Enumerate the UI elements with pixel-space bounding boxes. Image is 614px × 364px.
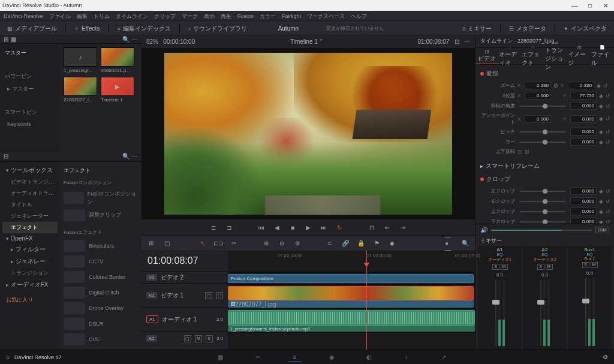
mark-in-icon[interactable]: ⊏ [208,222,219,233]
pos-x-input[interactable] [525,92,551,100]
fader[interactable] [495,280,496,346]
fx-item[interactable]: Binoculars [62,238,139,254]
link-icon[interactable]: ⊘ [553,82,558,89]
fx-item[interactable]: Colored Border [62,269,139,285]
fx-cat-effects[interactable]: エフェクト [2,222,58,233]
anchor-y-input[interactable] [570,115,597,123]
timeline-tracks[interactable]: 01:00:04:00 01:00:08:00 01:00:12:00 Fusi… [228,251,475,350]
tl-opts-icon[interactable]: ◫ [162,239,171,248]
track-header-v1[interactable]: V1ビデオ 1 ▢ ▢ [142,283,228,307]
clip-thumb[interactable]: 22802077_l... [64,77,97,103]
crop-l-input[interactable] [570,187,597,195]
insp-tab-file[interactable]: 📄ファイル [591,48,615,64]
mixer-strip[interactable]: Bus1EQ Bus 1 SM 0.0 [568,246,612,350]
flip-v-icon[interactable]: ⊟ [517,149,522,155]
viewer[interactable] [142,48,475,219]
clip-audio[interactable] [228,310,475,326]
close-button[interactable]: ✕ [600,2,612,9]
menu-item[interactable]: ヘルプ [351,13,367,20]
rotation-slider[interactable] [520,106,565,107]
reset-icon[interactable]: ↺ [603,83,608,89]
effects-button[interactable]: ✧ Effects [71,24,103,33]
mediapool-button[interactable]: ▦ メディアプール [4,23,61,34]
clip-video-name[interactable]: 🖼 22802077_l.jpg [228,300,474,308]
timeline-title[interactable]: Timeline 1 [290,38,318,45]
bin-master[interactable]: マスター [2,47,58,59]
fx-item[interactable]: 調整クリップ [62,207,139,223]
bin-powerbin[interactable]: パワービン [2,71,58,82]
search-icon[interactable]: 🔍 [460,239,470,248]
play-icon[interactable]: ▶ [303,222,314,233]
clip-video[interactable] [228,286,474,300]
mixer-button[interactable]: ⎚ ミキサー [459,23,495,34]
page-color-icon[interactable]: ◐ [363,353,376,362]
keyframe-icon[interactable]: ◆ [597,83,601,89]
fx-cat-toolbox[interactable]: ▾ ツールボックス [2,164,58,176]
stop-icon[interactable]: ■ [287,222,298,233]
fx-cat-fav[interactable]: お気に入り [2,294,58,306]
search-icon[interactable]: 🔍 [122,153,130,160]
fx-cat[interactable]: ▸ フィルター [2,243,58,255]
collapse-icon[interactable]: ⊟ [4,153,8,160]
menu-item[interactable]: カラー [260,13,276,20]
insp-tab-video[interactable]: ◫ビデオ [475,48,499,64]
crop-t-slider[interactable] [520,211,565,212]
track-header-a2[interactable]: A2 ▢MS 2.0 [142,331,228,345]
fx-item[interactable]: DVE [62,332,139,347]
insert-icon[interactable]: ⊕ [261,239,271,248]
fader[interactable] [585,278,586,346]
pitch-slider[interactable] [520,131,565,133]
yaw-slider[interactable] [520,142,565,143]
fader[interactable] [540,280,541,346]
clip-fusion[interactable]: Fusion Composition [228,274,474,283]
crop-t-input[interactable] [570,207,597,215]
minimize-button[interactable]: — [568,2,580,9]
menu-icon[interactable]: ⋯ [132,36,138,43]
insp-tab-effects[interactable]: ✧エフェクト [522,48,545,64]
playhead[interactable] [366,251,367,350]
fx-cat[interactable]: オーディオトランジ... [2,188,58,199]
menu-item[interactable]: Fairlight [282,13,301,19]
timeline-ruler[interactable]: 01:00:04:00 01:00:08:00 01:00:12:00 [228,251,475,272]
zoom-y-input[interactable] [568,82,594,89]
insp-section-smartreframe[interactable]: ▸ スマートリフレーム [479,160,610,173]
clip-thumb[interactable]: 00000031.p... [101,47,134,73]
rev-icon[interactable]: ◀ [272,222,282,233]
fx-cat[interactable]: タイトル [2,199,58,210]
maximize-button[interactable]: □ [584,2,596,9]
thumb-view-icon[interactable]: ▦ [11,36,16,43]
search-icon[interactable]: 🔍 [122,36,130,43]
menu-item[interactable]: Fusion [237,13,254,19]
solo-button[interactable]: S [492,264,499,270]
track-header-a1[interactable]: A1オーディオ 1 2.0 [142,307,228,331]
page-cut-icon[interactable]: ✂ [251,353,264,362]
metadata-button[interactable]: ☰ メタデータ [505,23,550,34]
track-lock-icon[interactable]: ▢ [205,292,212,299]
inspector-button[interactable]: ✦ インスペクタ [560,23,610,34]
prev-icon[interactable]: ⏮ [256,222,267,233]
fx-item[interactable]: Digital Glitch [62,285,139,300]
mute-button[interactable]: M [501,264,508,270]
flip-h-icon[interactable]: ⊞ [525,149,529,155]
match-icon[interactable]: ⊓ [366,222,377,233]
fx-item[interactable]: CCTV [62,254,139,269]
menu-item[interactable]: DaVinci Resolve [4,13,43,19]
page-media-icon[interactable]: ▦ [214,353,227,362]
mark-out-icon[interactable]: ⊐ [224,222,234,233]
page-fairlight-icon[interactable]: ♪ [400,353,413,362]
crop-b-input[interactable] [570,218,597,224]
insp-tab-trans[interactable]: ⇄トランジション [545,48,568,64]
bin-master-sub[interactable]: ▸ マスター [2,83,58,95]
dim-button[interactable]: DIM [595,227,609,233]
page-fusion-icon[interactable]: ◉ [326,353,339,362]
pos-y-input[interactable] [570,92,597,100]
fx-cat[interactable]: ▸ ジェネレーター [2,255,58,267]
fx-item[interactable]: Fusionコンポジション [62,188,139,207]
clip-audio-name[interactable]: 1_pressingforwards_triplescoopmusic.mp3 [228,326,475,332]
bin-keywords[interactable]: Keywords [2,119,58,129]
marker-icon[interactable]: ◆ [387,239,397,248]
home-icon[interactable]: ⌂ [6,354,10,360]
replace-icon[interactable]: ⊗ [293,239,302,248]
blade-tool-icon[interactable]: ✂ [229,239,239,248]
fx-cat[interactable]: ジェネレーター [2,210,58,222]
